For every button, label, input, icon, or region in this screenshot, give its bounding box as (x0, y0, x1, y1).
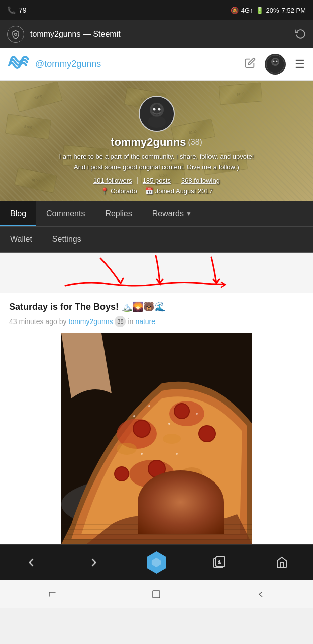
system-square-button[interactable] (141, 584, 171, 604)
calendar-icon: 📅 (145, 187, 153, 195)
svg-point-36 (176, 453, 178, 455)
post-item: Saturday is for The Boys! 🏔️🌄🐻🌊 43 minut… (0, 293, 313, 544)
bio-line2: And i post some good original content. G… (59, 162, 254, 172)
profile-meta: 📍 Colorado 📅 Joined August 2017 (100, 187, 213, 195)
signal-icon: 4G↑ (241, 7, 253, 14)
logo-waves-icon (8, 53, 29, 75)
post-author-rep: 38 (115, 316, 126, 327)
tab-blog[interactable]: Blog (0, 201, 36, 226)
edit-icon[interactable] (245, 57, 256, 71)
tab-wallet[interactable]: Wallet (0, 227, 42, 252)
post-meta: 43 minutes ago by tommy2gunns 38 in natu… (9, 316, 304, 327)
profile-reputation: (38) (188, 138, 202, 147)
post-image-container[interactable] (61, 333, 252, 544)
battery-icon: 🔋 (256, 7, 264, 14)
location-icon: 📍 (100, 187, 109, 195)
browser-title: tommy2gunns — Steemit (30, 30, 289, 39)
svg-point-12 (148, 116, 166, 128)
app-header: @tommy2gunns ☰ (0, 48, 313, 80)
svg-point-32 (148, 405, 150, 407)
posts-stat[interactable]: 185 posts (138, 177, 176, 184)
svg-point-29 (163, 434, 181, 444)
tabs-row1: Blog Comments Replies Rewards ▼ (0, 201, 313, 227)
svg-point-4 (273, 60, 275, 62)
profile-stats: 101 followers 185 posts 368 following (88, 177, 225, 184)
tab-comments[interactable]: Comments (36, 201, 95, 226)
tab-settings[interactable]: Settings (42, 227, 91, 252)
cover-overlay: tommy2gunns (38) I am here to be a part … (0, 80, 313, 201)
phone-icon: 📞 (7, 6, 16, 14)
profile-display-name: tommy2gunns (111, 136, 186, 149)
svg-point-34 (196, 413, 198, 415)
red-arrows-annotation (0, 253, 313, 293)
steemit-logo[interactable] (8, 53, 29, 75)
svg-point-0 (15, 33, 17, 36)
mute-icon: 🔕 (231, 7, 239, 14)
tab-rewards[interactable]: Rewards ▼ (142, 201, 202, 226)
system-back-button[interactable] (246, 584, 276, 604)
battery-level: 20% (266, 7, 279, 14)
post-category-link[interactable]: nature (135, 317, 155, 326)
svg-point-27 (199, 426, 215, 441)
svg-point-10 (153, 108, 155, 111)
bottom-nav: 1 (0, 544, 313, 580)
svg-point-23 (149, 461, 165, 477)
nav-home-hexagon-button[interactable] (144, 550, 169, 575)
post-image (61, 333, 252, 544)
nav-tabs-button[interactable]: 1 (206, 550, 232, 575)
svg-point-28 (117, 443, 137, 455)
svg-point-11 (158, 108, 160, 111)
status-bar: 📞 79 🔕 4G↑ 🔋 20% 7:52 PM (0, 0, 313, 20)
post-by-label: by (59, 317, 67, 326)
svg-point-19 (134, 421, 150, 437)
tab-replies[interactable]: Replies (95, 201, 142, 226)
profile-cover: $100 $100 $100 $100 $100 $100 $100 $100 … (0, 80, 313, 201)
svg-text:1: 1 (218, 560, 221, 565)
post-title[interactable]: Saturday is for The Boys! 🏔️🌄🐻🌊 (9, 301, 304, 313)
menu-icon[interactable]: ☰ (295, 58, 305, 71)
profile-bio: I am here to be a part of the community.… (49, 149, 264, 175)
svg-point-31 (133, 415, 135, 417)
following-stat[interactable]: 368 following (176, 177, 225, 184)
nav-back-button[interactable] (19, 550, 44, 575)
header-icons: ☰ (245, 54, 305, 75)
followers-stat[interactable]: 101 followers (88, 177, 138, 184)
profile-location: 📍 Colorado (100, 187, 137, 195)
svg-point-33 (168, 423, 170, 425)
home-hexagon-icon (145, 551, 167, 574)
system-nav (0, 580, 313, 608)
profile-avatar[interactable] (139, 96, 175, 132)
tabs-row2: Wallet Settings (0, 227, 313, 253)
reload-icon[interactable] (295, 28, 306, 41)
battery-percent: 79 (19, 6, 27, 14)
system-recents-button[interactable] (37, 584, 67, 604)
svg-point-35 (141, 453, 143, 455)
nav-home-button[interactable] (269, 550, 294, 575)
post-author-link[interactable]: tommy2gunns (69, 317, 113, 326)
header-username[interactable]: @tommy2gunns (35, 59, 239, 69)
profile-joined: 📅 Joined August 2017 (145, 187, 213, 195)
svg-point-25 (115, 467, 128, 480)
header-avatar[interactable] (265, 54, 286, 75)
rewards-dropdown-arrow: ▼ (186, 210, 192, 217)
svg-point-30 (181, 467, 203, 480)
status-right: 🔕 4G↑ 🔋 20% 7:52 PM (231, 7, 306, 14)
post-time-ago: 43 minutes ago (9, 317, 57, 326)
status-left: 📞 79 (7, 6, 27, 14)
bio-line1: I am here to be a part of the community.… (59, 152, 254, 162)
time-display: 7:52 PM (282, 7, 306, 14)
content-area: Saturday is for The Boys! 🏔️🌄🐻🌊 43 minut… (0, 293, 313, 544)
profile-name-row: tommy2gunns (38) (111, 136, 202, 149)
post-in-label: in (128, 317, 133, 326)
svg-point-5 (276, 60, 278, 62)
browser-shield-icon[interactable] (7, 26, 24, 43)
nav-forward-button[interactable] (81, 550, 107, 575)
browser-bar: tommy2gunns — Steemit (0, 20, 313, 48)
svg-point-21 (175, 404, 189, 418)
svg-rect-45 (153, 591, 160, 598)
